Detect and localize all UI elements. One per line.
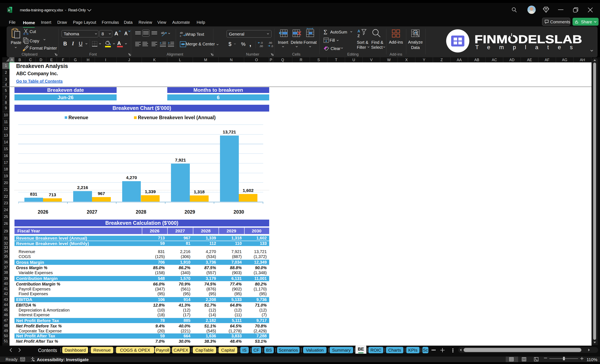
svg-text:.0: .0 bbox=[261, 41, 263, 45]
svg-text:x: x bbox=[8, 9, 10, 12]
svg-text:A: A bbox=[357, 29, 360, 33]
svg-text:ab: ab bbox=[180, 31, 183, 34]
svg-text:ab: ab bbox=[161, 31, 165, 35]
svg-text:.00: .00 bbox=[259, 45, 263, 47]
svg-text:Z: Z bbox=[357, 34, 360, 38]
svg-text:c: c bbox=[180, 34, 181, 37]
svg-text:.0: .0 bbox=[271, 45, 273, 47]
svg-text:.00: .00 bbox=[268, 41, 272, 45]
